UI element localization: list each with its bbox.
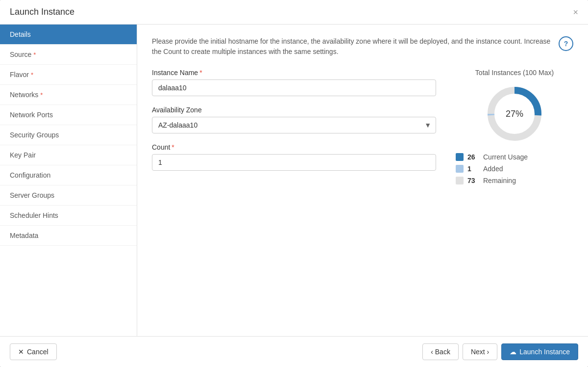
legend-remaining-number: 73 [467, 177, 479, 184]
legend-current-label: Current Usage [483, 153, 528, 161]
sidebar-item-networks[interactable]: Networks * [0, 85, 137, 105]
cancel-label: Cancel [27, 348, 49, 356]
help-icon[interactable]: ? [559, 36, 573, 51]
sidebar-item-networks-label: Networks [10, 91, 38, 99]
sidebar-item-source[interactable]: Source * [0, 45, 137, 65]
launch-cloud-icon: ☁ [510, 348, 516, 356]
legend-remaining-label: Remaining [483, 177, 516, 184]
instance-name-input[interactable] [152, 79, 436, 96]
sidebar-item-security-groups[interactable]: Security Groups [0, 125, 137, 145]
sidebar: Details Source * Flavor * Networks * Net… [0, 25, 137, 336]
source-required-star: * [33, 51, 36, 58]
launch-instance-button[interactable]: ☁ Launch Instance [501, 343, 578, 360]
back-button[interactable]: ‹ Back [422, 343, 459, 360]
main-content: Please provide the initial hostname for … [137, 25, 588, 336]
legend-remaining: 73 Remaining [456, 177, 573, 184]
sidebar-item-network-ports[interactable]: Network Ports [0, 105, 137, 125]
sidebar-item-metadata[interactable]: Metadata [0, 226, 137, 246]
legend-added: 1 Added [456, 165, 573, 173]
sidebar-item-details[interactable]: Details [0, 25, 137, 45]
sidebar-item-scheduler-hints-label: Scheduler Hints [10, 211, 58, 219]
legend-added-color [456, 165, 464, 173]
legend-remaining-color [456, 177, 464, 184]
legend-current-color [456, 153, 464, 161]
legend-current-usage: 26 Current Usage [456, 153, 573, 161]
sidebar-item-configuration[interactable]: Configuration [0, 165, 137, 185]
sidebar-item-flavor[interactable]: Flavor * [0, 65, 137, 85]
modal-title: Launch Instance [10, 7, 74, 17]
form-section: Instance Name* Availability Zone AZ-dala… [152, 69, 573, 184]
legend-current-number: 26 [467, 153, 479, 161]
sidebar-item-flavor-label: Flavor [10, 71, 29, 79]
instance-name-label: Instance Name* [152, 69, 436, 77]
sidebar-item-key-pair-label: Key Pair [10, 151, 36, 159]
chart-legend: 26 Current Usage 1 Added 73 Remaining [456, 153, 573, 184]
sidebar-item-server-groups-label: Server Groups [10, 191, 54, 199]
availability-zone-group: Availability Zone AZ-dalaaa10 ▼ [152, 106, 436, 133]
action-buttons: ‹ Back Next › ☁ Launch Instance [422, 343, 578, 360]
instance-name-group: Instance Name* [152, 69, 436, 96]
flavor-required-star: * [31, 71, 33, 79]
legend-added-label: Added [483, 165, 503, 173]
next-button[interactable]: Next › [463, 343, 497, 360]
form-fields: Instance Name* Availability Zone AZ-dala… [152, 69, 436, 184]
instance-name-required: * [199, 69, 202, 77]
count-label: Count* [152, 143, 436, 151]
legend-added-number: 1 [467, 165, 479, 173]
sidebar-item-metadata-label: Metadata [10, 232, 38, 239]
sidebar-item-network-ports-label: Network Ports [10, 111, 53, 119]
chart-title: Total Instances (100 Max) [475, 69, 554, 77]
cancel-button[interactable]: ✕ Cancel [10, 343, 57, 360]
chart-section: Total Instances (100 Max) 27% [456, 69, 573, 184]
availability-zone-label: Availability Zone [152, 106, 436, 114]
sidebar-item-key-pair[interactable]: Key Pair [0, 145, 137, 165]
networks-required-star: * [40, 91, 43, 99]
description-text: Please provide the initial hostname for … [152, 36, 554, 57]
modal-header: Launch Instance × [0, 0, 588, 25]
donut-chart: 27% [485, 84, 544, 143]
sidebar-item-server-groups[interactable]: Server Groups [0, 185, 137, 206]
modal-footer: ✕ Cancel ‹ Back Next › ☁ Launch Instance [0, 336, 588, 367]
sidebar-item-source-label: Source [10, 51, 31, 58]
sidebar-item-security-groups-label: Security Groups [10, 131, 59, 139]
sidebar-item-scheduler-hints[interactable]: Scheduler Hints [0, 206, 137, 226]
launch-label: Launch Instance [519, 348, 570, 356]
close-button[interactable]: × [573, 8, 578, 17]
availability-zone-select-wrapper: AZ-dalaaa10 ▼ [152, 117, 436, 133]
count-required: * [172, 143, 174, 151]
description-box: Please provide the initial hostname for … [152, 36, 573, 57]
modal-body: Details Source * Flavor * Networks * Net… [0, 25, 588, 336]
count-group: Count* [152, 143, 436, 171]
launch-instance-modal: Launch Instance × Details Source * Flavo… [0, 0, 588, 367]
sidebar-item-details-label: Details [10, 30, 31, 38]
sidebar-item-configuration-label: Configuration [10, 171, 50, 179]
availability-zone-select[interactable]: AZ-dalaaa10 [152, 117, 436, 133]
cancel-icon: ✕ [18, 348, 24, 356]
count-input[interactable] [152, 154, 436, 171]
donut-percentage: 27% [506, 109, 523, 119]
